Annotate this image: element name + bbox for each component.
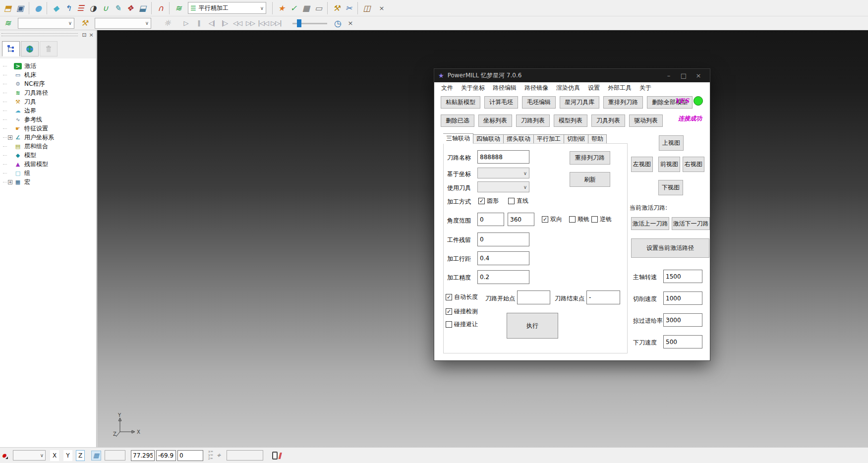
tree-item[interactable]: ≋ 刀具路径 (3, 88, 96, 97)
speed-input[interactable] (663, 313, 702, 327)
coords-mode-dropdown[interactable] (13, 450, 46, 461)
menu-item[interactable]: 关于坐标 (457, 84, 489, 92)
drill-tool-icon[interactable]: ∩ (151, 2, 167, 14)
tree-item[interactable]: ▭ 机床 (3, 70, 96, 79)
sim-tool-select[interactable] (95, 18, 151, 29)
method-circle-checkbox[interactable]: 圆形 (478, 197, 499, 205)
menu-item[interactable]: 关于 (636, 84, 655, 92)
dialog-tab[interactable]: 切割锯 (564, 134, 588, 144)
dialog-toolbar-button[interactable]: 毛坯编辑 (522, 96, 556, 109)
panel-float-icon[interactable]: ⊡ (81, 32, 88, 38)
slider-knob[interactable] (297, 19, 301, 27)
tolerance-input[interactable] (477, 270, 529, 284)
tree-item[interactable]: ▲ 残留模型 (3, 160, 96, 169)
toolpath-name-input[interactable] (477, 150, 529, 164)
dialog-tab[interactable]: 平行加工 (534, 134, 564, 144)
ball-tool-icon[interactable]: ◑ (87, 2, 99, 14)
grid-size-field[interactable] (105, 450, 125, 461)
tree-item[interactable]: + ∠ 用户坐标系 (3, 133, 96, 142)
activate-next-toolpath-button[interactable]: 激活下一刀路 (672, 217, 710, 230)
rewind-icon[interactable]: ◁◁ (232, 18, 243, 29)
collision-detect-checkbox[interactable]: 碰撞检测 (446, 307, 478, 316)
dialog-titlebar[interactable]: ★ PowerMILL 忆梦星河 7.0.6 – □ × (434, 69, 710, 82)
points-pattern-icon[interactable]: ❖ (124, 2, 136, 14)
grid-toggle-button[interactable]: ▦ (91, 451, 101, 461)
explorer-tab-tree[interactable] (2, 41, 20, 57)
pause-icon[interactable]: ‖ (193, 18, 204, 29)
dialog-toolbar-button[interactable]: 刀具列表 (591, 115, 625, 127)
menu-item[interactable]: 路径镜像 (521, 84, 552, 92)
method-line-checkbox[interactable]: 直线 (508, 197, 528, 205)
coord-z-field[interactable] (177, 450, 203, 461)
toolpath-start-input[interactable] (517, 290, 550, 304)
pattern-pencil-icon[interactable]: ✎ (112, 2, 124, 14)
coord-y-field[interactable] (156, 450, 176, 461)
dialog-toolbar-button[interactable]: 删除已选 (441, 115, 474, 127)
tree-item[interactable]: ◆ 模型 (3, 151, 96, 160)
menu-item[interactable]: 设置 (584, 84, 604, 92)
use-tool-select[interactable] (477, 181, 529, 192)
toolpath-layers-icon[interactable]: ≋ (169, 2, 184, 14)
menu-item[interactable]: 外部工具 (604, 84, 636, 92)
toolpath-return-icon[interactable]: ↰ (62, 2, 74, 14)
axis-y-button[interactable]: Y (63, 450, 72, 461)
dialog-toolbar-button[interactable]: 刀路列表 (516, 115, 550, 127)
stock-remain-input[interactable] (477, 232, 529, 246)
axis-z-button[interactable]: Z (76, 450, 85, 461)
keyboard-icon[interactable]: ▭ (312, 2, 325, 14)
position-field[interactable] (227, 450, 263, 461)
block-icon[interactable]: ◆ (47, 2, 62, 14)
angle-from-input[interactable] (477, 213, 504, 226)
calculator-icon[interactable]: ▦ (300, 2, 312, 14)
menu-item[interactable]: 路径编辑 (489, 84, 521, 92)
angle-to-input[interactable] (508, 213, 534, 226)
view-left-button[interactable]: 左视图 (631, 157, 653, 172)
tree-item[interactable]: ☁ 边界 (3, 106, 96, 115)
tree-item[interactable]: □ 组 (3, 169, 96, 177)
speed-input[interactable] (663, 335, 702, 348)
calculator-ball-icon[interactable]: ● (29, 2, 44, 14)
dialog-tab[interactable]: 四轴联动 (473, 134, 504, 144)
panel-close-icon[interactable]: × (88, 32, 95, 38)
speed-input[interactable] (663, 291, 702, 305)
u-channel-tool-icon[interactable]: ∪ (99, 2, 112, 14)
toolpath-star-icon[interactable]: ★ (272, 2, 288, 14)
tree-item[interactable]: ⚙ NC程序 (3, 79, 96, 88)
stepover-input[interactable] (477, 251, 529, 265)
view-bottom-button[interactable]: 下视图 (658, 180, 683, 195)
set-active-path-button[interactable]: 设置当前激活路径 (631, 238, 709, 258)
minimize-button[interactable]: – (661, 72, 676, 79)
sim-toolpath-select[interactable] (18, 18, 74, 29)
rearrange-toolpath-button[interactable]: 重排列刀路 (570, 151, 610, 165)
step-back-icon[interactable]: ◁| (206, 18, 217, 29)
bidirectional-checkbox[interactable]: 双向 (542, 215, 562, 224)
go-start-icon[interactable]: |◁◁ (258, 18, 269, 29)
sim-toolbar-close-icon[interactable]: × (347, 19, 354, 27)
pause-render-icon[interactable]: ‖ (272, 452, 282, 460)
fast-forward-icon[interactable]: ▷▷ (245, 18, 256, 29)
explorer-tab-web[interactable] (21, 41, 39, 57)
tool-status-icon[interactable]: ● (2, 453, 9, 458)
block-tool-icon[interactable]: ⬓ (136, 2, 149, 14)
toolpath-end-input[interactable] (586, 290, 620, 304)
open-project-icon[interactable]: ⬒ (1, 2, 14, 14)
close-button[interactable]: × (691, 72, 706, 79)
tool-cut-icon[interactable]: ✂ (343, 2, 355, 14)
tool-pair-icon[interactable]: ⚒ (327, 2, 343, 14)
tree-expander[interactable]: + (8, 135, 12, 140)
dialog-toolbar-button[interactable]: 坐标列表 (478, 115, 512, 127)
tree-item[interactable]: ⚒ 刀具 (3, 97, 96, 106)
strategy-dropdown[interactable]: ☰ 平行精加工 (188, 2, 266, 14)
maximize-button[interactable]: □ (676, 72, 691, 79)
dialog-toolbar-button[interactable]: 驱动列表 (629, 115, 663, 127)
menu-item[interactable]: 文件 (437, 84, 457, 92)
explorer-tab-trash[interactable] (40, 41, 58, 57)
dialog-tab[interactable]: 三轴联动 (443, 133, 473, 144)
play-icon[interactable]: ▷ (180, 18, 191, 29)
auto-length-checkbox[interactable]: 自动长度 (446, 293, 478, 301)
dialog-toolbar-button[interactable]: 重排列刀路 (603, 96, 643, 109)
tree-item[interactable]: + ▦ 宏 (3, 177, 96, 186)
toolpath-verify-icon[interactable]: ✓ (288, 2, 300, 14)
dialog-toolbar-button[interactable]: 模型列表 (554, 115, 587, 127)
tree-item[interactable]: ∿ 参考线 (3, 115, 96, 124)
